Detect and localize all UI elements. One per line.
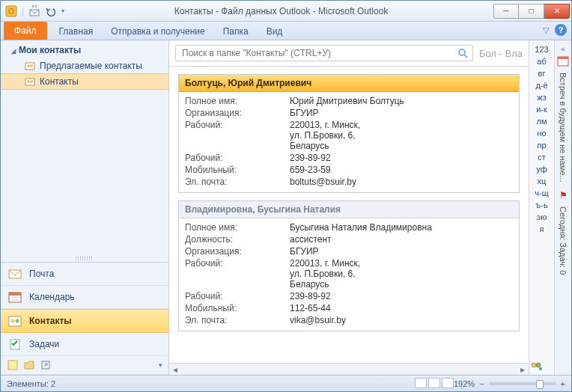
- undo-icon[interactable]: [45, 5, 57, 17]
- status-item-count: Элементы: 2: [7, 379, 55, 388]
- alpha-index-item[interactable]: 123: [529, 43, 554, 55]
- tab-send-receive[interactable]: Отправка и получение: [102, 23, 213, 40]
- alpha-index-item[interactable]: ч-щ: [529, 187, 554, 199]
- nav-module-mail[interactable]: Почта: [1, 263, 168, 286]
- field-value: 112-65-44: [290, 303, 513, 313]
- alpha-index-item[interactable]: ъ-ь: [529, 199, 554, 211]
- alpha-people-icon[interactable]: [529, 357, 554, 375]
- zoom-out-button[interactable]: −: [479, 379, 484, 388]
- alpha-index-item[interactable]: эю: [529, 211, 554, 223]
- tab-file[interactable]: Файл: [4, 22, 47, 40]
- quick-access-toolbar: O | ▾: [1, 5, 69, 17]
- nav-item-contacts[interactable]: Контакты: [1, 73, 168, 90]
- close-button[interactable]: ✕: [544, 4, 570, 19]
- alpha-range-label: Бол - Вла: [479, 48, 523, 59]
- svg-point-16: [16, 319, 19, 323]
- ribbon-expand-icon[interactable]: ▽: [543, 25, 549, 35]
- svg-point-15: [11, 319, 15, 323]
- zoom-slider[interactable]: [489, 382, 556, 385]
- cards-container: Болтуць, Юрий ДмитриевичПолное имя:Юрий …: [169, 67, 529, 363]
- field-label: Должность:: [185, 234, 290, 245]
- help-icon[interactable]: ?: [555, 24, 567, 36]
- nav-module-label: Контакты: [29, 316, 72, 326]
- alpha-index-item[interactable]: уф: [529, 163, 554, 175]
- tab-home[interactable]: Главная: [50, 23, 103, 40]
- notes-icon[interactable]: [7, 359, 19, 371]
- tab-folder[interactable]: Папка: [214, 23, 258, 40]
- alphabet-index: 123абвгд-ёжзи-клмнопрстуфхцч-щъ-ьэюя: [529, 40, 555, 375]
- alpha-index-item[interactable]: хц: [529, 175, 554, 187]
- contact-field-row: Организация:БГУИР: [185, 245, 513, 257]
- search-box[interactable]: [175, 45, 473, 61]
- shortcuts-icon[interactable]: [40, 359, 52, 371]
- scroll-left-icon[interactable]: ◂: [169, 364, 181, 375]
- horizontal-scrollbar[interactable]: ◂ ▸: [169, 363, 529, 375]
- alpha-index-item[interactable]: аб: [529, 55, 554, 67]
- svg-point-4: [27, 64, 30, 67]
- titlebar: O | ▾ Контакты - Файл данных Outlook - M…: [1, 1, 571, 22]
- send-receive-icon[interactable]: [28, 5, 40, 17]
- qat-dropdown-icon[interactable]: ▾: [61, 7, 64, 14]
- contacts-folder-icon: [25, 61, 35, 71]
- svg-point-7: [27, 80, 30, 83]
- alpha-index-item[interactable]: д-ё: [529, 79, 554, 91]
- field-label: Эл. почта:: [185, 177, 290, 187]
- contact-field-row: Эл. почта:boltuts@bsuir.by: [185, 176, 513, 188]
- nav-module-calendar[interactable]: Календарь: [1, 286, 168, 309]
- scroll-right-icon[interactable]: ▸: [517, 364, 529, 375]
- pane-resize-grip[interactable]: [76, 256, 94, 260]
- nav-section-header[interactable]: Мои контакты: [1, 40, 168, 58]
- contact-card-header[interactable]: Болтуць, Юрий Дмитриевич: [179, 75, 519, 92]
- zoom-in-button[interactable]: +: [561, 379, 565, 388]
- alpha-index-item[interactable]: жз: [529, 91, 554, 103]
- alpha-index-item[interactable]: вг: [529, 67, 554, 79]
- alpha-index-item[interactable]: я: [529, 223, 554, 235]
- maximize-button[interactable]: □: [519, 4, 544, 19]
- nav-module-label: Задачи: [29, 339, 59, 349]
- view-card-icon[interactable]: [415, 378, 427, 388]
- search-input[interactable]: [180, 47, 457, 59]
- contact-card[interactable]: Владимировна, Бусыгина НаталияПолное имя…: [178, 200, 520, 331]
- nav-configure-icon[interactable]: ▾: [159, 361, 162, 369]
- folder-icon[interactable]: [23, 359, 35, 371]
- svg-point-24: [539, 367, 542, 370]
- contact-card-header[interactable]: Владимировна, Бусыгина Наталия: [179, 201, 519, 218]
- alpha-index-item[interactable]: пр: [529, 139, 554, 151]
- alpha-index-item[interactable]: ст: [529, 151, 554, 163]
- contact-card-body: Полное имя:Бусыгина Наталия Владимировна…: [179, 218, 519, 331]
- nav-item-suggested-contacts[interactable]: Предлагаемые контакты: [1, 58, 168, 73]
- window-title: Контакты - Файл данных Outlook - Microso…: [69, 6, 493, 16]
- navigation-pane: Мои контакты Предлагаемые контакты Конта…: [1, 40, 169, 375]
- contact-card[interactable]: Болтуць, Юрий ДмитриевичПолное имя:Юрий …: [178, 74, 520, 193]
- nav-modules: Почта Календарь Контакты Задачи ▾: [1, 262, 168, 375]
- contact-field-row: Мобильный:112-65-44: [185, 302, 513, 314]
- todo-tasks-text: Сегодня: Задач: 0: [559, 206, 568, 275]
- field-label: Мобильный:: [185, 303, 290, 313]
- svg-point-22: [532, 363, 536, 367]
- view-list-icon[interactable]: [428, 378, 440, 388]
- search-row: Бол - Вла: [169, 40, 529, 67]
- view-phone-icon[interactable]: [442, 378, 454, 388]
- tab-view[interactable]: Вид: [258, 23, 292, 40]
- mail-icon: [8, 268, 22, 280]
- calendar-small-icon[interactable]: [557, 56, 569, 67]
- alpha-index-item[interactable]: и-к: [529, 103, 554, 115]
- minimize-button[interactable]: ─: [493, 4, 519, 19]
- field-label: Организация:: [185, 108, 290, 118]
- svg-point-5: [30, 64, 33, 67]
- contact-field-row: Полное имя:Юрий Дмитриевич Болтуць: [185, 95, 513, 107]
- expand-todo-icon[interactable]: «: [561, 45, 565, 53]
- view-switcher[interactable]: [413, 378, 454, 390]
- todo-bar-collapsed[interactable]: « Встреч в будущем не наме... ⚑ Сегодня:…: [555, 40, 571, 375]
- alpha-index-item[interactable]: лм: [529, 115, 554, 127]
- svg-rect-18: [8, 361, 17, 370]
- status-bar: Элементы: 2 192% − +: [1, 375, 571, 391]
- contact-field-row: Рабочий:239-89-92: [185, 152, 513, 164]
- field-value: 239-89-92: [290, 291, 513, 301]
- contact-field-row: Мобильный:659-23-59: [185, 164, 513, 176]
- search-icon[interactable]: [457, 48, 468, 58]
- field-value: 220013, г. Минск, ул. П.Бровки, 6, Белар…: [290, 120, 513, 151]
- alpha-index-item[interactable]: но: [529, 127, 554, 139]
- nav-module-contacts[interactable]: Контакты: [1, 309, 168, 333]
- nav-module-tasks[interactable]: Задачи: [1, 333, 168, 356]
